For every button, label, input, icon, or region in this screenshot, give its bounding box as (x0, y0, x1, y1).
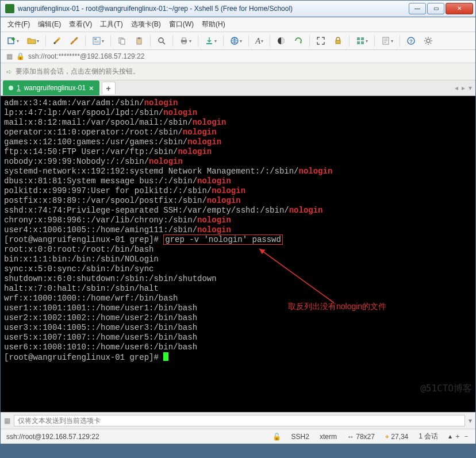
terminal-line: postfix:x:89:89::/var/spool/postfix:/sbi… (4, 196, 472, 206)
svg-rect-17 (182, 42, 186, 44)
cursor (163, 352, 168, 361)
terminal-line: nobody:x:99:99:Nobody:/:/sbin/nologin (4, 157, 472, 167)
terminal-line: user6:x:1008:1010::/home/user6:/bin/bash (4, 342, 472, 352)
terminal-line: chrony:x:998:996::/var/lib/chrony:/sbin/… (4, 215, 472, 225)
status-size: 78x27 (356, 433, 375, 441)
tab-next-button[interactable]: ▸ (462, 84, 465, 92)
terminal-prompt: [root@wangruifenglinux-01 grep]# (4, 352, 472, 363)
minimize-button[interactable]: — (409, 3, 426, 14)
address-menu-icon[interactable]: ▦ (6, 52, 13, 60)
terminal-line: sshd:x:74:74:Privilege-separated SSH:/va… (4, 206, 472, 215)
svg-rect-18 (206, 43, 212, 44)
svg-rect-12 (138, 37, 140, 39)
info-text: 要添加当前会话，点击左侧的箭头按钮。 (16, 67, 140, 76)
svg-rect-16 (182, 38, 186, 40)
disconnect-button[interactable] (67, 34, 82, 47)
menu-help[interactable]: 帮助(H) (202, 20, 225, 29)
paste-button[interactable] (132, 34, 147, 47)
send-bar: ▦ ▾ (1, 412, 475, 429)
window-title: wangruifenglinux-01 - root@wangruifengli… (18, 5, 408, 13)
window-titlebar: wangruifenglinux-01 - root@wangruifengli… (0, 0, 476, 17)
svg-point-13 (159, 38, 163, 43)
new-tab-button[interactable]: + (102, 82, 116, 94)
help-button[interactable]: ? (404, 34, 419, 47)
send-menu-icon[interactable]: ▦ (4, 417, 10, 425)
annotation-text: 取反列出没有nologin的文件 (288, 302, 386, 311)
maximize-button[interactable]: ▭ (427, 3, 444, 14)
globe-button[interactable]: ▾ (227, 34, 245, 47)
menu-tools[interactable]: 工具(T) (100, 20, 122, 29)
terminal-line: bin:x:1:1:bin:/bin:/sbin/NOLogin (4, 255, 472, 264)
terminal-line: adm:x:3:4:adm:/var/adm:/sbin/nologin (4, 98, 472, 108)
menu-window[interactable]: 窗口(W) (169, 20, 194, 29)
status-pos: 27,34 (391, 433, 408, 441)
open-session-button[interactable]: ▾ (24, 34, 42, 47)
terminal-line: user1:x:1001:1001::/home/user1:/bin/bash (4, 303, 472, 313)
terminal-line: halt:x:7:0:halt:/sbin:/sbin/halt (4, 284, 472, 294)
svg-rect-10 (121, 39, 125, 44)
status-term: xterm (320, 433, 337, 441)
reconnect-button[interactable] (49, 34, 64, 47)
transfer-button[interactable]: ▾ (202, 34, 220, 47)
refresh-button[interactable] (291, 34, 306, 47)
svg-point-3 (53, 42, 55, 44)
terminal-line: ftp:x:14:50:FTP User:/var/ftp:/sbin/nolo… (4, 147, 472, 157)
terminal-line: user4:x:1006:1005::/home/aming111:/sbin/… (4, 225, 472, 235)
session-tabbar: 1 wangruifenglinux-01 × + ◂ ▸ ▾ (1, 80, 475, 96)
terminal-line: root:x:0:0:root:/root:/bin/bash (4, 245, 472, 255)
fullscreen-button[interactable] (313, 34, 328, 47)
terminal-output[interactable]: adm:x:3:4:adm:/var/adm:/sbin/nologinlp:x… (1, 96, 475, 412)
terminal-line: sync:x:5:0:sync:/sbin:/bin/sync (4, 264, 472, 274)
menubar: 文件(F) 编辑(E) 查看(V) 工具(T) 选项卡(B) 窗口(W) 帮助(… (1, 17, 475, 32)
copy-button[interactable] (114, 34, 129, 47)
svg-text:?: ? (409, 39, 413, 44)
chevron-up-icon[interactable]: ▴ (448, 432, 452, 440)
plus-icon[interactable]: ＋ (454, 432, 461, 440)
minus-icon[interactable]: － (463, 432, 470, 440)
layout-button[interactable]: ▾ (353, 34, 371, 47)
status-ssh: SSH2 (291, 433, 309, 441)
tab-label: wangruifenglinux-01 (24, 84, 86, 92)
svg-rect-8 (94, 42, 99, 43)
terminal-line: user5:x:1007:1007::/home/user5:/bin/bash (4, 333, 472, 342)
terminal-line: operator:x:11:0:operator:/root:/sbin/nol… (4, 128, 472, 137)
send-options-button[interactable]: ▾ (469, 417, 472, 425)
new-session-button[interactable]: ▾ (4, 34, 22, 47)
close-button[interactable]: ✕ (446, 3, 473, 14)
info-arrow-icon[interactable]: ➪ (6, 68, 12, 76)
tab-prev-button[interactable]: ◂ (455, 84, 458, 92)
lock-button[interactable] (331, 34, 346, 47)
terminal-line: [root@wangruifenglinux-01 grep]# grep -v… (4, 235, 472, 245)
status-address: ssh://root@192.168.57.129:22 (6, 433, 99, 441)
send-input[interactable] (14, 415, 465, 426)
settings-button[interactable] (421, 34, 436, 47)
lock-icon: 🔓 (272, 433, 281, 441)
tab-index: 1 (17, 84, 21, 92)
font-button[interactable]: A▾ (252, 34, 266, 47)
terminal-line: user2:x:1002:1002::/home/user2:/bin/bash (4, 313, 472, 323)
svg-point-4 (58, 37, 60, 40)
menu-tab[interactable]: 选项卡(B) (131, 20, 161, 29)
terminal-line: polkitd:x:999:997:User for polkitd:/:/sb… (4, 186, 472, 196)
app-icon (5, 4, 14, 13)
svg-rect-25 (361, 41, 364, 44)
address-text[interactable]: ssh://root:********@192.168.57.129:22 (28, 52, 144, 60)
svg-point-29 (427, 39, 430, 43)
color-scheme-button[interactable] (274, 34, 289, 47)
properties-button[interactable]: ▾ (89, 34, 107, 47)
svg-rect-7 (94, 41, 99, 41)
tab-list-button[interactable]: ▾ (469, 84, 472, 92)
menu-edit[interactable]: 编辑(E) (38, 20, 61, 29)
svg-rect-21 (336, 40, 340, 44)
print-button[interactable]: ▾ (176, 34, 194, 47)
script-button[interactable]: ▾ (378, 34, 396, 47)
find-button[interactable] (154, 34, 169, 47)
menu-file[interactable]: 文件(F) (7, 20, 30, 29)
terminal-line: lp:x:4:7:lp:/var/spool/lpd:/sbin/nologin (4, 108, 472, 118)
session-tab-active[interactable]: 1 wangruifenglinux-01 × (3, 80, 99, 95)
menu-view[interactable]: 查看(V) (69, 20, 92, 29)
svg-line-14 (163, 42, 165, 44)
status-bar: ssh://root@192.168.57.129:22 🔓 SSH2 xter… (1, 429, 475, 444)
toolbar: ▾ ▾ ▾ ▾ ▾ ▾ A▾ ▾ (1, 32, 475, 50)
tab-close-button[interactable]: × (89, 84, 94, 93)
